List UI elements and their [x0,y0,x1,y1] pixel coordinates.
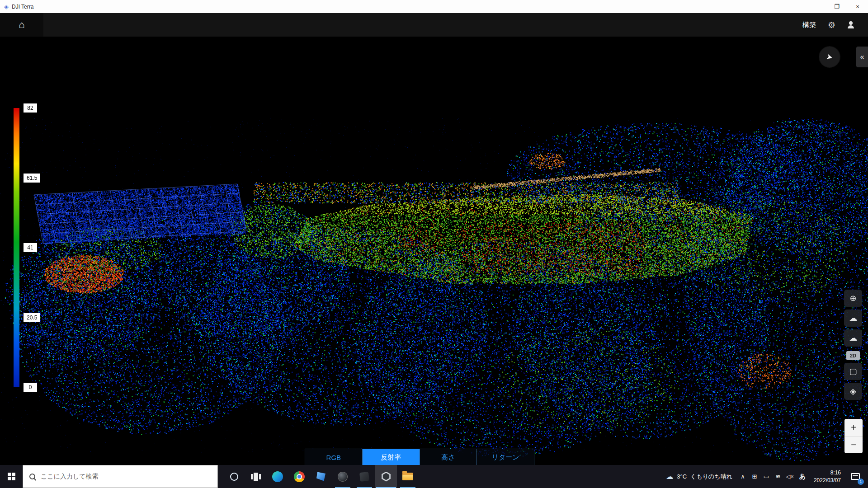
taskbar-icon-edge[interactable] [267,465,288,488]
taskbar-icon-dji-terra[interactable] [375,465,397,488]
system-tray: ☁ 3°C くもりのち晴れ ∧⊞▭≋◁× あ 8:16 2022/03/07 1 [661,465,868,488]
app-toolbar: ⌂ 構築 ⚙ [0,13,868,37]
clock-date: 2022/03/07 [814,477,841,484]
point-cloud-shade-icon[interactable]: ☁ [844,329,862,347]
weather-temp: 3°C [677,473,687,480]
taskbar-icon-app-dark[interactable] [354,465,375,488]
taskbar-clock[interactable]: 8:16 2022/03/07 [809,469,845,483]
tray-app-icon[interactable]: ⊞ [749,473,760,480]
ime-indicator[interactable]: あ [796,473,809,481]
cursor-arrow-icon: ➤ [825,52,834,62]
network-icon[interactable]: ≋ [772,473,784,480]
legend-tick-82: 82 [24,103,37,113]
legend-tick-41: 41 [24,243,37,252]
taskbar-icon-app-blue[interactable] [310,465,332,488]
build-menu[interactable]: 構築 [802,21,816,29]
cube-wireframe-icon[interactable]: ▢ [844,363,862,380]
tab-return[interactable]: リターン [477,449,534,465]
weather-cloud-icon: ☁ [666,472,673,481]
point-cloud-canvas[interactable] [0,37,868,465]
window-controls: — ❐ × [806,0,868,13]
start-button[interactable] [0,465,23,488]
window-title: DJI Terra [12,4,33,10]
battery-icon[interactable]: ▭ [760,473,772,480]
clock-time: 8:16 [814,469,841,476]
task-view-icon [251,473,261,481]
chrome-icon [294,471,305,482]
tab-rgb[interactable]: RGB [305,449,363,465]
taskbar-icon-app-circle[interactable] [332,465,354,488]
title-bar: ◈ DJI Terra — ❐ × [0,0,868,13]
taskbar-search-input[interactable]: ここに入力して検索 [23,465,218,488]
maximize-button[interactable]: ❐ [826,0,847,13]
legend-tick-labels: 8261.54120.50 [24,108,55,387]
orientation-compass-button[interactable]: ➤ [819,47,840,67]
user-account-icon[interactable] [847,21,854,28]
dji-terra-icon [381,472,391,482]
home-icon: ⌂ [19,19,24,31]
legend-tick-61.5: 61.5 [24,174,40,183]
point-cloud-view-icon[interactable]: ☁ [844,310,862,327]
cube-solid-icon[interactable]: ◈ [844,383,862,400]
view-tool-stack: ⊕☁☁2D▢◈ [844,290,863,400]
zoom-controls: + − [844,419,863,453]
appbar-right: 構築 ⚙ [802,20,868,30]
notification-badge: 1 [858,479,864,485]
app-logo-icon: ◈ [4,3,9,10]
taskbar-icon-file-explorer[interactable] [397,465,419,488]
zoom-out-button[interactable]: − [844,436,863,453]
windows-logo-icon [8,473,15,480]
legend-gradient-bar [14,108,19,387]
file-explorer-icon [402,473,413,480]
taskbar-icon-cortana[interactable] [223,465,245,488]
tab-height[interactable]: 高さ [420,449,477,465]
app-dark-icon [359,472,369,482]
taskbar-icon-task-view[interactable] [245,465,267,488]
close-button[interactable]: × [847,0,868,13]
tab-reflectance[interactable]: 反射率 [363,449,420,465]
windows-taskbar: ここに入力して検索 ☁ 3°C くもりのち晴れ ∧⊞▭≋◁× あ 8:16 20… [0,465,868,488]
app-circle-icon [338,472,348,482]
weather-widget[interactable]: ☁ 3°C くもりのち晴れ [661,472,737,481]
orbit-view-icon[interactable]: ⊕ [844,290,862,307]
reflectance-legend: 8261.54120.50 [14,108,68,387]
home-button[interactable]: ⌂ [0,13,43,37]
zoom-in-button[interactable]: + [844,419,863,436]
edge-icon [272,471,283,482]
collapse-panel-button[interactable]: « [856,47,868,67]
minimize-button[interactable]: — [806,0,826,13]
search-placeholder: ここに入力して検索 [41,473,99,481]
hidden-icons-chevron[interactable]: ∧ [737,473,749,480]
viewport-3d: 8261.54120.50 ➤ « ⊕☁☁2D▢◈ + − RGB反射率高さリタ… [0,37,868,465]
notification-center-button[interactable]: 1 [845,465,865,488]
legend-tick-0: 0 [24,383,37,392]
mode-2d-badge[interactable]: 2D [846,351,860,360]
render-mode-tabs: RGB反射率高さリターン [305,449,534,465]
volume-muted-icon[interactable]: ◁× [784,473,796,480]
search-icon [29,474,35,479]
taskbar-icon-chrome[interactable] [288,465,310,488]
cortana-icon [230,473,238,481]
settings-gear-icon[interactable]: ⚙ [828,20,835,30]
taskbar-app-icons [223,465,419,488]
tray-icons: ∧⊞▭≋◁× [737,473,796,480]
app-blue-icon [316,472,326,481]
legend-tick-20.5: 20.5 [24,313,40,322]
weather-desc: くもりのち晴れ [690,473,732,481]
